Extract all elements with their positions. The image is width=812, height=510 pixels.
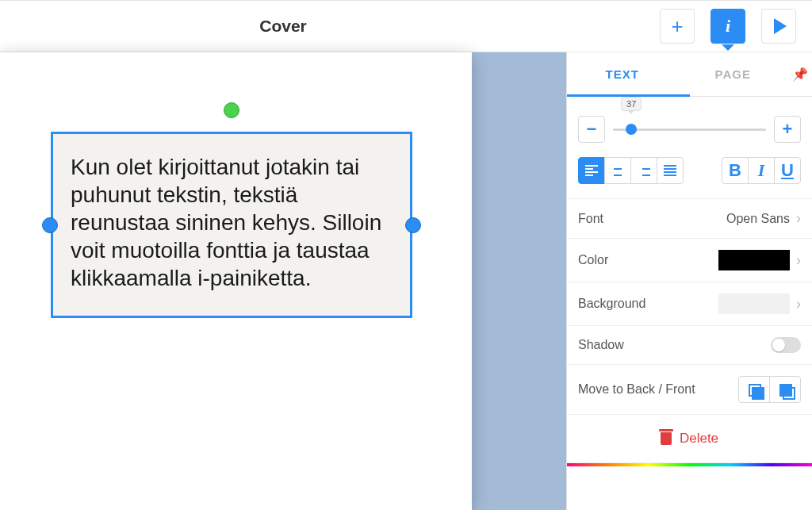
inspector-sidebar: TEXT PAGE 📌 − 37 + xyxy=(566,52,812,510)
trash-icon xyxy=(661,432,672,445)
canvas-page[interactable]: Kun olet kirjoittanut jotakin tai puhunu… xyxy=(0,52,472,510)
align-center-button[interactable] xyxy=(604,157,631,184)
send-back-icon xyxy=(749,384,760,395)
font-label: Font xyxy=(578,212,603,226)
bring-to-front-button[interactable] xyxy=(769,376,801,403)
align-right-icon xyxy=(638,165,650,176)
increase-size-button[interactable]: + xyxy=(774,116,801,143)
textbox-selection[interactable]: Kun olet kirjoittanut jotakin tai puhunu… xyxy=(51,132,412,318)
send-to-back-button[interactable] xyxy=(738,376,770,403)
decrease-size-button[interactable]: − xyxy=(578,116,605,143)
shadow-row: Shadow xyxy=(567,326,812,365)
shadow-toggle[interactable] xyxy=(771,337,801,353)
topbar-buttons: i xyxy=(660,9,796,44)
chevron-right-icon: › xyxy=(796,210,801,227)
tab-text[interactable]: TEXT xyxy=(567,67,678,81)
background-row[interactable]: Background › xyxy=(567,282,812,326)
delete-label: Delete xyxy=(680,431,718,447)
add-button[interactable] xyxy=(660,9,695,44)
info-icon: i xyxy=(726,16,730,36)
align-center-icon xyxy=(611,165,624,176)
resize-handle-left[interactable] xyxy=(42,217,58,233)
page-title: Cover xyxy=(0,17,566,36)
panel-body: − 37 + xyxy=(567,97,812,466)
pin-icon[interactable]: 📌 xyxy=(788,67,812,82)
textbox-content[interactable]: Kun olet kirjoittanut jotakin tai puhunu… xyxy=(51,132,412,318)
workspace: Kun olet kirjoittanut jotakin tai puhunu… xyxy=(0,52,566,510)
italic-button[interactable]: I xyxy=(748,157,775,184)
shadow-label: Shadow xyxy=(578,338,624,352)
play-icon xyxy=(774,18,787,34)
bold-button[interactable]: B xyxy=(722,157,749,184)
align-justify-icon xyxy=(664,165,676,176)
color-row[interactable]: Color › xyxy=(567,239,812,282)
alignment-group xyxy=(578,157,684,184)
font-row[interactable]: Font Open Sans › xyxy=(567,199,812,239)
color-label: Color xyxy=(578,253,608,267)
move-buttons xyxy=(738,376,801,403)
background-label: Background xyxy=(578,297,645,311)
underline-button[interactable]: U xyxy=(774,157,801,184)
slider-value: 37 xyxy=(621,97,642,111)
align-left-icon xyxy=(585,165,598,176)
sidebar-tabs: TEXT PAGE 📌 xyxy=(567,52,812,97)
play-button[interactable] xyxy=(761,9,796,44)
bring-front-icon xyxy=(779,384,791,395)
background-swatch xyxy=(718,293,790,314)
delete-button[interactable]: Delete xyxy=(567,415,812,463)
rainbow-divider xyxy=(567,463,812,466)
topbar: Cover i xyxy=(0,0,812,52)
slider-thumb[interactable] xyxy=(626,124,637,135)
chevron-right-icon: › xyxy=(796,296,801,313)
color-swatch xyxy=(718,250,790,270)
rotate-handle[interactable] xyxy=(224,102,239,118)
tab-page[interactable]: PAGE xyxy=(678,67,789,81)
font-value: Open Sans xyxy=(726,212,790,226)
align-justify-button[interactable] xyxy=(657,157,684,184)
slider-track xyxy=(613,128,766,131)
inspector-button[interactable]: i xyxy=(710,9,745,44)
plus-icon xyxy=(671,14,683,39)
align-right-button[interactable] xyxy=(630,157,657,184)
font-size-slider[interactable]: 37 xyxy=(613,116,766,143)
align-left-button[interactable] xyxy=(578,157,605,184)
chevron-right-icon: › xyxy=(796,252,801,269)
move-row: Move to Back / Front xyxy=(567,365,812,415)
move-label: Move to Back / Front xyxy=(578,382,695,397)
style-group: B I U xyxy=(722,157,801,184)
resize-handle-right[interactable] xyxy=(405,217,421,233)
font-size-row: − 37 + xyxy=(567,97,812,157)
format-row: B I U xyxy=(567,157,812,199)
